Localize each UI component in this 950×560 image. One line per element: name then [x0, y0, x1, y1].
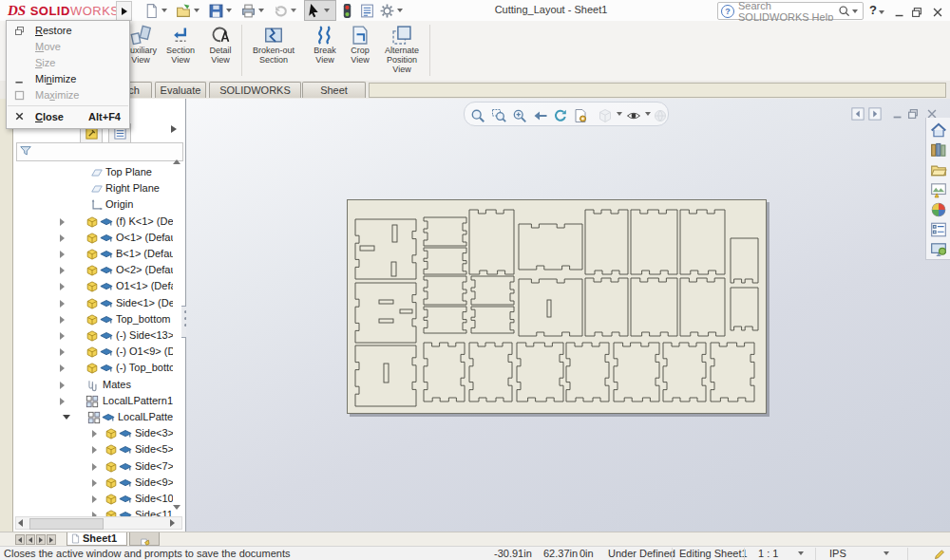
- tree-item-mates[interactable]: Mates: [13, 377, 186, 393]
- doc-restore-button[interactable]: [906, 104, 920, 118]
- section-view-button[interactable]: SectionView: [160, 23, 201, 79]
- cut-slot[interactable]: [547, 300, 551, 317]
- chevron-down-icon[interactable]: [617, 112, 622, 116]
- forum-button[interactable]: [930, 240, 947, 257]
- window-minimize-button[interactable]: [893, 3, 907, 17]
- add-sheet-tab[interactable]: [129, 532, 160, 546]
- cut-piece[interactable]: [355, 345, 416, 406]
- sheet-scale[interactable]: 1 : 1: [758, 548, 778, 559]
- cut-piece[interactable]: [424, 248, 466, 274]
- menu-item-minimize[interactable]: Minimize: [7, 71, 129, 87]
- doc-minimize-button[interactable]: [891, 104, 904, 118]
- tree-item--side-13-[interactable]: (-) Side<13>: [13, 327, 186, 344]
- tree-item-top-bottom[interactable]: Top_bottom: [13, 311, 186, 327]
- custom-properties-button[interactable]: [930, 220, 947, 237]
- break-view-button[interactable]: BreakView: [306, 23, 344, 79]
- tree-item--f-k-1-def[interactable]: (f) K<1> (Def: [13, 214, 186, 230]
- new-doc-button[interactable]: [142, 1, 173, 20]
- expand-arrow-icon[interactable]: [92, 430, 97, 438]
- rebuild-button[interactable]: [338, 1, 356, 20]
- cut-piece[interactable]: [471, 307, 514, 333]
- tree-item--top-botto[interactable]: (-) Top_botto: [13, 360, 186, 376]
- tree-item-top-plane[interactable]: Top Plane: [13, 164, 186, 180]
- scroll-left-button[interactable]: [18, 519, 23, 527]
- cut-piece[interactable]: [519, 224, 582, 270]
- print-button[interactable]: [239, 1, 270, 20]
- scroll-down-arrow[interactable]: [173, 505, 180, 510]
- cut-slot[interactable]: [392, 225, 397, 242]
- cut-piece[interactable]: [355, 283, 416, 343]
- cut-piece[interactable]: [424, 276, 466, 305]
- view-palette-button[interactable]: [930, 180, 947, 197]
- cut-piece[interactable]: [469, 210, 514, 274]
- tree-horizontal-scrollbar[interactable]: [15, 516, 182, 530]
- menu-expand-button[interactable]: [116, 1, 132, 21]
- tab-evaluate[interactable]: Evaluate: [155, 82, 206, 98]
- search-icon[interactable]: [838, 5, 850, 18]
- tree-item-o1-1-defa[interactable]: O1<1> (Defa: [13, 278, 186, 294]
- expand-arrow-icon[interactable]: [60, 382, 65, 389]
- expand-arrow-icon[interactable]: [60, 332, 65, 340]
- scrollbar-thumb[interactable]: [29, 518, 104, 530]
- search-mag-icon[interactable]: [838, 5, 850, 17]
- tree-item-o-2-defau[interactable]: O<2> (Defau: [13, 262, 186, 278]
- cut-piece[interactable]: [424, 217, 466, 246]
- chevron-down-icon[interactable]: [852, 9, 858, 13]
- tree-item-locallpattern[interactable]: LocalLPattern: [13, 409, 186, 425]
- scroll-right-button[interactable]: [170, 519, 175, 527]
- detail-view-button[interactable]: DetailView: [201, 23, 239, 79]
- appearances-button[interactable]: [930, 200, 947, 217]
- redraw-button[interactable]: [553, 106, 568, 121]
- sheet-properties-button[interactable]: [573, 106, 588, 121]
- cut-piece[interactable]: [631, 278, 677, 336]
- expand-arrow-icon[interactable]: [63, 415, 70, 420]
- expand-arrow-icon[interactable]: [60, 234, 65, 242]
- previous-view-button[interactable]: [533, 106, 548, 121]
- window-restore-button[interactable]: [910, 3, 924, 17]
- tree-item-side-7-[interactable]: Side<7>: [13, 458, 186, 475]
- cut-slot[interactable]: [379, 319, 393, 323]
- tree-item-side-10[interactable]: Side<10: [13, 491, 186, 507]
- save-button[interactable]: [207, 1, 238, 20]
- tree-item--o1-9-d[interactable]: (-) O1<9> (D: [13, 344, 186, 360]
- zoom-fit-button[interactable]: [470, 106, 485, 121]
- expand-arrow-icon[interactable]: [60, 251, 65, 258]
- window-close-button[interactable]: [931, 3, 945, 17]
- cut-piece[interactable]: [517, 343, 563, 401]
- cut-piece[interactable]: [680, 210, 725, 274]
- tree-item-b-1-defau[interactable]: B<1> (Defau: [13, 246, 186, 262]
- cut-piece[interactable]: [711, 343, 754, 401]
- menu-item-close[interactable]: CloseAlt+F4: [7, 108, 129, 126]
- cut-piece[interactable]: [566, 343, 609, 401]
- expand-arrow-icon[interactable]: [92, 463, 97, 471]
- options-gear-button[interactable]: [378, 1, 408, 20]
- cut-piece[interactable]: [663, 343, 706, 401]
- cut-piece[interactable]: [424, 343, 465, 401]
- cut-piece[interactable]: [519, 279, 582, 336]
- chevron-down-icon[interactable]: [884, 551, 889, 555]
- expand-arrow-icon[interactable]: [60, 267, 65, 274]
- zoom-area-button[interactable]: [491, 106, 506, 121]
- alternate-position-view-button[interactable]: AlternatePositionView: [376, 23, 428, 79]
- open-folder-button[interactable]: [175, 1, 205, 20]
- cut-piece[interactable]: [585, 278, 628, 336]
- render-sphere-button[interactable]: [653, 106, 668, 121]
- cut-piece[interactable]: [585, 210, 628, 274]
- expand-arrow-icon[interactable]: [60, 300, 65, 308]
- menu-item-maximize[interactable]: Maximize: [7, 87, 129, 103]
- tree-filter-box[interactable]: [16, 142, 183, 161]
- first-sheet-button[interactable]: [15, 534, 25, 545]
- cut-piece[interactable]: [471, 276, 514, 305]
- expand-arrow-icon[interactable]: [92, 446, 97, 454]
- cut-piece[interactable]: [355, 219, 416, 279]
- expand-arrow-icon[interactable]: [60, 398, 65, 405]
- cut-slot[interactable]: [379, 300, 393, 304]
- drawing-sheet[interactable]: [347, 199, 767, 414]
- cut-piece[interactable]: [424, 307, 466, 333]
- tab-sheet-format[interactable]: Sheet Format: [302, 82, 366, 98]
- tree-item-locallpattern1[interactable]: LocalLPattern1: [13, 393, 186, 409]
- graphics-area[interactable]: [186, 99, 950, 532]
- next-sheet-button[interactable]: [36, 534, 46, 545]
- doc-next-button[interactable]: [868, 104, 882, 118]
- search-box[interactable]: ? Search SOLIDWORKS Help: [717, 2, 864, 20]
